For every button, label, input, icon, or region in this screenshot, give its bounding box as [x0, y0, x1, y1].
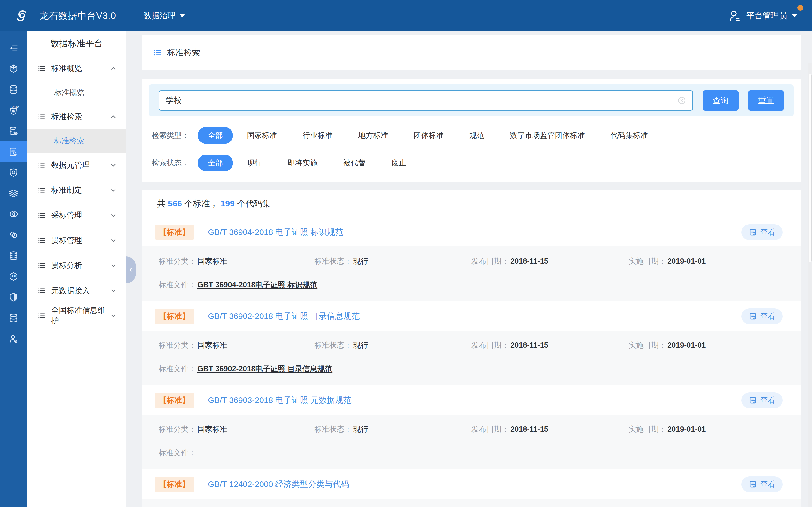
clear-input-icon[interactable] — [677, 96, 686, 105]
shield-half-icon[interactable] — [0, 287, 27, 307]
publish-date-value: 2018-11-15 — [510, 257, 548, 265]
result-title-link[interactable]: GB/T 12402-2000 经济类型分类与代码 — [208, 479, 349, 490]
result-title-link[interactable]: GB/T 36904-2018 电子证照 标识规范 — [208, 227, 343, 238]
icon-rail: DATA API — [0, 32, 27, 507]
sidebar-item-label: 标准制定 — [51, 185, 82, 195]
linked-rings-icon-2[interactable] — [0, 225, 27, 245]
result-item: 【标准】 GB/T 12402-2000 经济类型分类与代码 查看 标准分类：国… — [142, 469, 801, 507]
recording-indicator-dot — [798, 5, 803, 11]
sidebar-item-label: 贯标分析 — [51, 260, 82, 271]
view-button[interactable]: 查看 — [742, 392, 782, 408]
filter-type-option[interactable]: 代码集标准 — [610, 130, 648, 140]
result-title-link[interactable]: GB/T 36903-2018 电子证照 元数据规范 — [208, 395, 352, 406]
results-card: 共 566 个标准， 199 个代码集 【标准】 GB/T 36904-2018… — [142, 190, 801, 507]
chevron-up-icon — [110, 65, 117, 72]
result-detail-block: 标准分类：国家标准 标准状态：现行 发布日期：2000-07-14 实施日期：2… — [142, 499, 801, 507]
database-gear-icon[interactable] — [0, 121, 27, 142]
chevron-down-icon — [110, 162, 117, 169]
database-icon-3[interactable] — [0, 307, 27, 328]
search-input[interactable] — [165, 96, 677, 105]
topbar-divider — [130, 9, 130, 23]
sidebar-item-national-standard-info[interactable]: 全国标准信息维护 — [27, 303, 126, 328]
chevron-down-icon — [110, 187, 117, 194]
search-input-wrap — [158, 90, 693, 111]
filter-status-option[interactable]: 现行 — [247, 158, 262, 168]
status-value: 现行 — [353, 341, 368, 349]
menu-collapse-icon[interactable] — [0, 38, 27, 58]
sidebar-item-label: 标准概览 — [51, 63, 82, 74]
sidebar-item-label: 采标管理 — [51, 210, 82, 221]
list-icon — [38, 212, 45, 219]
search-filter-card: 查询 重置 检索类型： 全部 国家标准 行业标准 地方标准 团体标准 规范 数字… — [142, 79, 801, 182]
data-doc-icon[interactable]: DATA — [0, 100, 27, 121]
chevron-down-icon — [792, 14, 798, 17]
filter-status-option[interactable]: 被代替 — [343, 158, 366, 168]
filter-status-option[interactable]: 废止 — [391, 158, 406, 168]
layers-icon[interactable] — [0, 183, 27, 204]
sidebar: 数据标准平台 标准概览 标准概览 标准检索 标准检索 数据元管理 标准制定 采标… — [27, 32, 126, 507]
shield-q-icon[interactable] — [0, 162, 27, 183]
chevron-up-icon — [110, 113, 117, 120]
list-icon — [38, 237, 45, 244]
standard-badge: 【标准】 — [155, 225, 194, 240]
app-logo-icon — [12, 7, 31, 24]
standard-file-link[interactable]: GBT 36904-2018电子证照 标识规范 — [197, 281, 317, 289]
cube-network-icon[interactable] — [0, 58, 27, 79]
list-icon — [38, 312, 45, 320]
page-title: 标准检索 — [167, 47, 200, 58]
sidebar-subitem-standard-search[interactable]: 标准检索 — [27, 129, 126, 153]
standard-file-link[interactable]: GBT 36902-2018电子证照 目录信息规范 — [197, 364, 332, 373]
view-button[interactable]: 查看 — [742, 308, 782, 324]
api-hexagon-icon[interactable]: API — [0, 266, 27, 287]
category-value: 国家标准 — [197, 425, 227, 433]
svg-text:API: API — [11, 275, 16, 278]
sidebar-item-label: 数据元管理 — [51, 160, 90, 170]
sidebar-item-data-element-mgmt[interactable]: 数据元管理 — [27, 153, 126, 178]
filter-type-option[interactable]: 行业标准 — [303, 130, 333, 140]
result-title-link[interactable]: GB/T 36902-2018 电子证照 目录信息规范 — [208, 311, 360, 322]
list-icon — [38, 186, 45, 194]
database-icon[interactable] — [0, 79, 27, 100]
filter-type-option[interactable]: 规范 — [469, 130, 484, 140]
list-icon — [38, 65, 45, 72]
sidebar-item-standard-drafting[interactable]: 标准制定 — [27, 178, 126, 203]
standard-badge: 【标准】 — [155, 309, 194, 324]
sidebar-item-label: 贯标管理 — [51, 235, 82, 246]
doc-search-icon — [749, 396, 757, 405]
view-button[interactable]: 查看 — [742, 476, 782, 492]
reset-button[interactable]: 重置 — [748, 90, 784, 111]
list-icon — [38, 287, 45, 294]
sidebar-subitem-standard-overview[interactable]: 标准概览 — [27, 81, 126, 104]
sidebar-item-implementation-mgmt[interactable]: 贯标管理 — [27, 228, 126, 253]
filter-type-option[interactable]: 团体标准 — [414, 130, 444, 140]
query-button[interactable]: 查询 — [703, 90, 739, 111]
view-button[interactable]: 查看 — [742, 224, 782, 240]
filter-type-option[interactable]: 地方标准 — [358, 130, 388, 140]
filter-type-option[interactable]: 国家标准 — [247, 130, 277, 140]
scrollbar-thumb[interactable] — [809, 74, 812, 262]
linked-rings-icon[interactable] — [0, 204, 27, 225]
top-navbar: 龙石数据中台V3.0 数据治理 平台管理员 — [0, 0, 812, 32]
user-icon — [728, 9, 742, 22]
filter-status-options: 现行 即将实施 被代替 废止 — [247, 158, 406, 168]
standards-count: 566 — [168, 199, 182, 208]
scrollbar-track[interactable] — [808, 63, 812, 507]
filter-type-option[interactable]: 数字市场监管团体标准 — [510, 130, 585, 140]
nav-menu-data-governance[interactable]: 数据治理 — [144, 10, 185, 21]
clipboard-search-icon[interactable] — [0, 142, 27, 162]
user-gear-icon[interactable] — [0, 328, 27, 349]
user-menu[interactable]: 平台管理员 — [746, 10, 798, 21]
sidebar-item-metadata-access[interactable]: 元数据接入 — [27, 278, 126, 303]
filter-type-all-pill[interactable]: 全部 — [198, 127, 233, 144]
filter-status-option[interactable]: 即将实施 — [288, 158, 317, 168]
sidebar-item-label: 元数据接入 — [51, 285, 90, 296]
result-item: 【标准】 GB/T 36902-2018 电子证照 目录信息规范 查看 标准分类… — [142, 301, 801, 385]
app-title: 龙石数据中台V3.0 — [40, 10, 116, 22]
sidebar-item-implementation-analysis[interactable]: 贯标分析 — [27, 253, 126, 278]
filter-status-all-pill[interactable]: 全部 — [198, 155, 233, 171]
sidebar-item-standard-search[interactable]: 标准检索 — [27, 104, 126, 129]
database-icon-2[interactable] — [0, 245, 27, 266]
sidebar-item-standard-adoption[interactable]: 采标管理 — [27, 203, 126, 228]
sidebar-item-standard-overview[interactable]: 标准概览 — [27, 56, 126, 81]
search-panel: 查询 重置 — [149, 84, 794, 116]
